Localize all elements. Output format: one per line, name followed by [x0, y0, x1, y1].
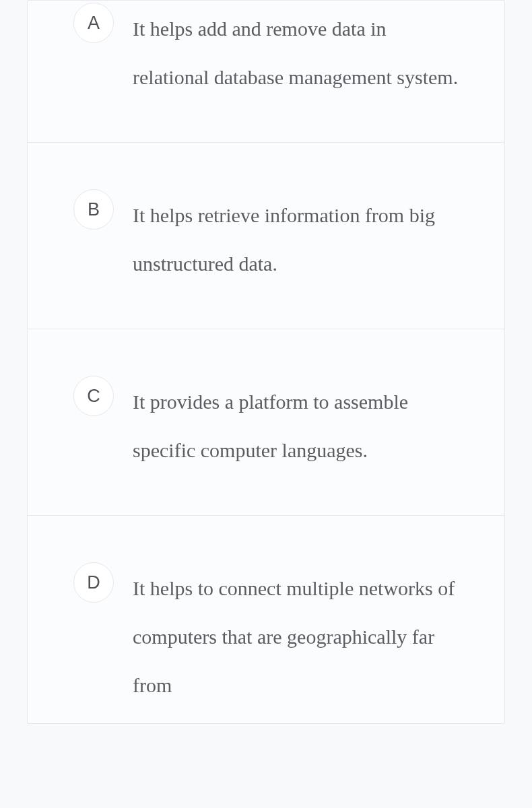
option-text: It helps retrieve information from big u… — [133, 187, 464, 288]
option-d[interactable]: D It helps to connect multiple networks … — [28, 516, 504, 723]
option-text: It provides a platform to assemble speci… — [133, 374, 464, 475]
option-a[interactable]: A It helps add and remove data in relati… — [28, 1, 504, 143]
option-text: It helps add and remove data in relation… — [133, 1, 464, 102]
option-letter-badge: C — [73, 376, 114, 416]
options-list: A It helps add and remove data in relati… — [27, 0, 505, 724]
options-container: A It helps add and remove data in relati… — [0, 0, 532, 724]
option-b[interactable]: B It helps retrieve information from big… — [28, 143, 504, 329]
option-letter-badge: D — [73, 562, 114, 603]
option-text: It helps to connect multiple networks of… — [133, 560, 464, 710]
option-letter-badge: A — [73, 3, 114, 43]
option-letter-badge: B — [73, 189, 114, 230]
option-c[interactable]: C It provides a platform to assemble spe… — [28, 329, 504, 516]
